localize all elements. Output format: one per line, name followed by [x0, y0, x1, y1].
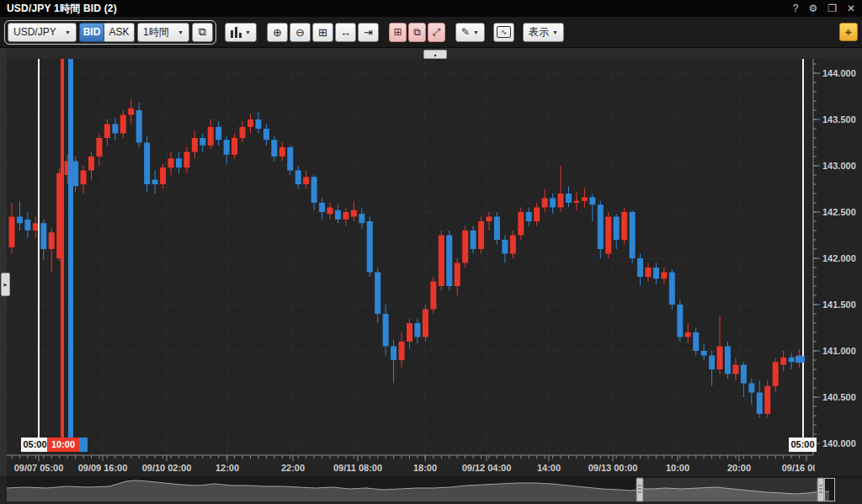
triangle-right-icon: ▶: [4, 282, 8, 287]
help-icon[interactable]: ?: [793, 0, 799, 17]
y-axis-tick-label: 144.000: [822, 68, 856, 78]
navigator-handle[interactable]: [817, 478, 824, 501]
x-axis-tick-label: 09/12 04:00: [462, 463, 512, 473]
symbol-select[interactable]: USD/JPY ▼: [8, 23, 77, 42]
add-window-icon: ⊞: [393, 26, 402, 38]
crosshair-icon: ⌖: [845, 25, 852, 40]
chevron-down-icon: ▼: [552, 29, 558, 35]
fit-icon: ⊞: [318, 26, 327, 39]
y-axis-tick-label: 140.000: [822, 438, 856, 448]
navigator-handle[interactable]: [636, 478, 643, 501]
chevron-down-icon: ▼: [245, 29, 251, 35]
chevron-down-icon: ▼: [65, 29, 71, 35]
bid-ask-toggle: BID ASK: [79, 23, 135, 42]
zoom-in-icon: ⊕: [273, 26, 282, 39]
fit-width-icon: ↔: [340, 26, 351, 39]
triangle-up-icon: ▲: [434, 52, 438, 57]
zoom-in-button[interactable]: ⊕: [267, 23, 288, 42]
add-chart-window-button[interactable]: ⊞: [389, 23, 407, 42]
pencil-icon: ✎: [461, 26, 470, 38]
scroll-end-icon: ⇥: [364, 26, 373, 39]
x-axis-tick-label: 09/07 05:00: [14, 463, 64, 473]
x-axis-tick-label: 10:00: [666, 463, 689, 473]
display-menu-button[interactable]: 表示 ▼: [523, 23, 564, 42]
ask-button[interactable]: ASK: [104, 23, 135, 42]
symbol-label: USD/JPY: [13, 26, 56, 38]
zoom-group: ⊕ ⊖ ⊞ ↔ ⇥: [267, 23, 379, 42]
bar-chart-icon: [231, 27, 242, 38]
timeframe-select[interactable]: 1時間 ▼: [137, 23, 189, 42]
scroll-to-latest-button[interactable]: ⇥: [358, 23, 379, 42]
settings-gear-icon[interactable]: ⚙: [808, 0, 817, 17]
cascade-windows-button[interactable]: ⧉: [408, 23, 426, 42]
chevron-down-icon: ▼: [473, 29, 479, 35]
crosshair-mode-button[interactable]: ⌖: [839, 23, 858, 41]
y-axis-tick-label: 141.000: [822, 346, 856, 356]
x-axis-tick-label: 09/11 08:00: [333, 463, 382, 473]
x-axis-tick-label: 09/10 02:00: [142, 463, 192, 473]
fit-chart-button[interactable]: ⊞: [312, 23, 333, 42]
x-axis-tick-label: 09/13 00:00: [588, 463, 638, 473]
zoom-out-button[interactable]: ⊖: [290, 23, 311, 42]
close-icon[interactable]: ✕: [847, 0, 855, 17]
y-axis-tick-label: 143.500: [822, 114, 856, 125]
indicator-button[interactable]: ∿: [493, 23, 514, 42]
window-title: USD/JPY 1時間 BID (2): [7, 2, 117, 16]
fit-width-button[interactable]: ↔: [335, 23, 356, 42]
toolbar: USD/JPY ▼ BID ASK 1時間 ▼ ⧉ ▼ ⊕ ⊖ ⊞ ↔ ⇥ ⊞ …: [0, 17, 862, 48]
expand-window-button[interactable]: ⤢: [428, 23, 445, 42]
indicator-chart-icon: ∿: [497, 26, 511, 38]
link-chart-button[interactable]: ⧉: [192, 23, 213, 42]
timeframe-label: 1時間: [143, 25, 169, 40]
overlap-squares-icon: ⧉: [199, 25, 206, 39]
display-label: 表示: [529, 25, 549, 40]
price-chart-plot[interactable]: [7, 59, 802, 452]
vertical-marker-line[interactable]: [802, 59, 804, 452]
bid-button[interactable]: BID: [79, 23, 104, 42]
expand-window-icon: ⤢: [433, 26, 441, 38]
y-axis-tick-label: 140.500: [822, 392, 856, 402]
x-axis-tick-label: 22:00: [281, 463, 305, 473]
window-tools-group: ⊞ ⧉ ⤢: [389, 23, 445, 42]
navigator-selection[interactable]: [640, 478, 821, 501]
y-axis-tick-label: 141.500: [822, 300, 856, 310]
top-panel-handle[interactable]: ▲: [423, 50, 447, 59]
y-axis-tick-label: 142.000: [822, 253, 856, 263]
x-axis-tick-label: 14:00: [537, 463, 561, 473]
y-axis-tick-label: 143.000: [822, 161, 856, 171]
x-axis-tick-label: 09/09 16:00: [78, 463, 128, 473]
draw-tool-select[interactable]: ✎ ▼: [455, 23, 485, 42]
x-axis-tick-label: 20:00: [727, 463, 751, 473]
x-axis-tick-label: 12:00: [216, 463, 239, 473]
x-axis-tick-label: 18:00: [413, 463, 437, 473]
cascade-windows-icon: ⧉: [413, 26, 421, 38]
left-panel-handle[interactable]: ▶: [1, 273, 10, 296]
restore-window-icon[interactable]: ❐: [827, 0, 837, 17]
title-bar: USD/JPY 1時間 BID (2) ? ⚙ ❐ ✕: [0, 0, 862, 17]
chart-type-select[interactable]: ▼: [225, 23, 257, 42]
y-axis-tick-label: 142.500: [822, 207, 856, 217]
zoom-out-icon: ⊖: [295, 26, 305, 39]
chevron-down-icon: ▼: [178, 29, 184, 35]
symbol-group: USD/JPY ▼ BID ASK 1時間 ▼ ⧉: [4, 20, 216, 45]
